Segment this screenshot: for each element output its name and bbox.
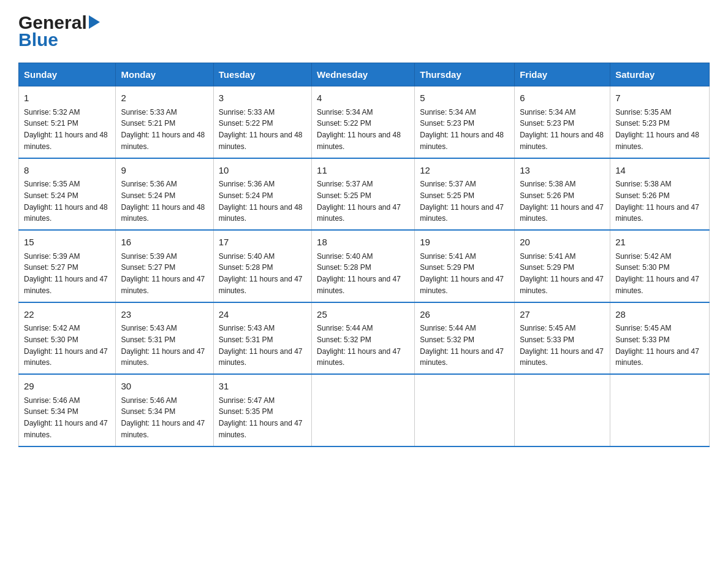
- calendar-cell: 26Sunrise: 5:44 AMSunset: 5:32 PMDayligh…: [415, 302, 515, 375]
- day-info: Sunrise: 5:34 AMSunset: 5:23 PMDaylight:…: [520, 108, 604, 151]
- calendar-cell: 25Sunrise: 5:44 AMSunset: 5:32 PMDayligh…: [312, 302, 415, 375]
- day-info: Sunrise: 5:44 AMSunset: 5:32 PMDaylight:…: [420, 324, 504, 367]
- calendar-week-2: 8Sunrise: 5:35 AMSunset: 5:24 PMDaylight…: [19, 158, 710, 231]
- column-header-saturday: Saturday: [610, 63, 710, 86]
- column-header-thursday: Thursday: [415, 63, 515, 86]
- calendar-cell: 14Sunrise: 5:38 AMSunset: 5:26 PMDayligh…: [610, 158, 710, 231]
- day-info: Sunrise: 5:43 AMSunset: 5:31 PMDaylight:…: [219, 324, 303, 367]
- day-info: Sunrise: 5:34 AMSunset: 5:22 PMDaylight:…: [317, 108, 401, 151]
- day-info: Sunrise: 5:45 AMSunset: 5:33 PMDaylight:…: [520, 324, 604, 367]
- calendar-cell: 31Sunrise: 5:47 AMSunset: 5:35 PMDayligh…: [213, 374, 311, 446]
- day-number: 7: [615, 91, 704, 105]
- day-number: 14: [615, 164, 704, 178]
- day-number: 13: [520, 164, 605, 178]
- calendar-cell: 30Sunrise: 5:46 AMSunset: 5:34 PMDayligh…: [116, 374, 213, 446]
- column-header-wednesday: Wednesday: [312, 63, 415, 86]
- calendar-cell: 3Sunrise: 5:33 AMSunset: 5:22 PMDaylight…: [213, 86, 311, 158]
- day-number: 24: [219, 308, 306, 322]
- column-header-sunday: Sunday: [19, 63, 116, 86]
- calendar-cell: 28Sunrise: 5:45 AMSunset: 5:33 PMDayligh…: [610, 302, 710, 375]
- calendar-cell: [415, 374, 515, 446]
- calendar-cell: 22Sunrise: 5:42 AMSunset: 5:30 PMDayligh…: [19, 302, 116, 375]
- day-number: 27: [520, 308, 605, 322]
- day-number: 5: [420, 91, 509, 105]
- day-number: 12: [420, 164, 509, 178]
- calendar-cell: 23Sunrise: 5:43 AMSunset: 5:31 PMDayligh…: [116, 302, 213, 375]
- logo-blue: Blue: [18, 29, 58, 50]
- calendar-cell: [610, 374, 710, 446]
- calendar-cell: 18Sunrise: 5:40 AMSunset: 5:28 PMDayligh…: [312, 230, 415, 302]
- calendar-cell: 16Sunrise: 5:39 AMSunset: 5:27 PMDayligh…: [116, 230, 213, 302]
- calendar-cell: [312, 374, 415, 446]
- calendar-cell: 21Sunrise: 5:42 AMSunset: 5:30 PMDayligh…: [610, 230, 710, 302]
- day-number: 19: [420, 236, 509, 250]
- logo-arrow-icon: [89, 15, 100, 31]
- day-number: 15: [24, 236, 110, 250]
- calendar-week-5: 29Sunrise: 5:46 AMSunset: 5:34 PMDayligh…: [19, 374, 710, 446]
- day-info: Sunrise: 5:32 AMSunset: 5:21 PMDaylight:…: [24, 108, 108, 151]
- day-info: Sunrise: 5:39 AMSunset: 5:27 PMDaylight:…: [121, 252, 205, 295]
- calendar-cell: 1Sunrise: 5:32 AMSunset: 5:21 PMDaylight…: [19, 86, 116, 158]
- day-info: Sunrise: 5:40 AMSunset: 5:28 PMDaylight:…: [219, 252, 303, 295]
- day-info: Sunrise: 5:40 AMSunset: 5:28 PMDaylight:…: [317, 252, 401, 295]
- day-number: 9: [121, 164, 208, 178]
- day-info: Sunrise: 5:42 AMSunset: 5:30 PMDaylight:…: [24, 324, 108, 367]
- day-number: 29: [24, 380, 110, 394]
- day-info: Sunrise: 5:37 AMSunset: 5:25 PMDaylight:…: [317, 180, 401, 223]
- day-number: 31: [219, 380, 306, 394]
- day-number: 21: [615, 236, 704, 250]
- calendar-cell: 2Sunrise: 5:33 AMSunset: 5:21 PMDaylight…: [116, 86, 213, 158]
- day-info: Sunrise: 5:46 AMSunset: 5:34 PMDaylight:…: [24, 396, 108, 439]
- day-number: 20: [520, 236, 605, 250]
- day-info: Sunrise: 5:36 AMSunset: 5:24 PMDaylight:…: [121, 180, 205, 223]
- calendar-cell: 12Sunrise: 5:37 AMSunset: 5:25 PMDayligh…: [415, 158, 515, 231]
- calendar-week-1: 1Sunrise: 5:32 AMSunset: 5:21 PMDaylight…: [19, 86, 710, 158]
- day-info: Sunrise: 5:42 AMSunset: 5:30 PMDaylight:…: [615, 252, 699, 295]
- calendar-cell: 10Sunrise: 5:36 AMSunset: 5:24 PMDayligh…: [213, 158, 311, 231]
- calendar-cell: 17Sunrise: 5:40 AMSunset: 5:28 PMDayligh…: [213, 230, 311, 302]
- day-info: Sunrise: 5:33 AMSunset: 5:22 PMDaylight:…: [219, 108, 303, 151]
- column-header-monday: Monday: [116, 63, 213, 86]
- day-number: 2: [121, 91, 208, 105]
- calendar-cell: 29Sunrise: 5:46 AMSunset: 5:34 PMDayligh…: [19, 374, 116, 446]
- day-info: Sunrise: 5:41 AMSunset: 5:29 PMDaylight:…: [420, 252, 504, 295]
- calendar-cell: 11Sunrise: 5:37 AMSunset: 5:25 PMDayligh…: [312, 158, 415, 231]
- calendar-cell: 5Sunrise: 5:34 AMSunset: 5:23 PMDaylight…: [415, 86, 515, 158]
- calendar-cell: 7Sunrise: 5:35 AMSunset: 5:23 PMDaylight…: [610, 86, 710, 158]
- day-info: Sunrise: 5:39 AMSunset: 5:27 PMDaylight:…: [24, 252, 108, 295]
- calendar-cell: 9Sunrise: 5:36 AMSunset: 5:24 PMDaylight…: [116, 158, 213, 231]
- day-number: 18: [317, 236, 409, 250]
- day-info: Sunrise: 5:37 AMSunset: 5:25 PMDaylight:…: [420, 180, 504, 223]
- calendar-cell: 27Sunrise: 5:45 AMSunset: 5:33 PMDayligh…: [515, 302, 610, 375]
- calendar-table: SundayMondayTuesdayWednesdayThursdayFrid…: [18, 63, 710, 447]
- day-info: Sunrise: 5:46 AMSunset: 5:34 PMDaylight:…: [121, 396, 205, 439]
- day-number: 22: [24, 308, 110, 322]
- day-info: Sunrise: 5:47 AMSunset: 5:35 PMDaylight:…: [219, 396, 303, 439]
- day-number: 25: [317, 308, 409, 322]
- calendar-cell: [515, 374, 610, 446]
- calendar-cell: 19Sunrise: 5:41 AMSunset: 5:29 PMDayligh…: [415, 230, 515, 302]
- calendar-cell: 4Sunrise: 5:34 AMSunset: 5:22 PMDaylight…: [312, 86, 415, 158]
- day-number: 8: [24, 164, 110, 178]
- calendar-cell: 15Sunrise: 5:39 AMSunset: 5:27 PMDayligh…: [19, 230, 116, 302]
- column-header-tuesday: Tuesday: [213, 63, 311, 86]
- page-header: General Blue: [18, 12, 710, 50]
- calendar-cell: 13Sunrise: 5:38 AMSunset: 5:26 PMDayligh…: [515, 158, 610, 231]
- day-info: Sunrise: 5:35 AMSunset: 5:24 PMDaylight:…: [24, 180, 108, 223]
- day-info: Sunrise: 5:45 AMSunset: 5:33 PMDaylight:…: [615, 324, 699, 367]
- calendar-header: SundayMondayTuesdayWednesdayThursdayFrid…: [19, 63, 710, 86]
- day-info: Sunrise: 5:33 AMSunset: 5:21 PMDaylight:…: [121, 108, 205, 151]
- day-number: 11: [317, 164, 409, 178]
- logo: General Blue: [18, 12, 100, 50]
- day-number: 4: [317, 91, 409, 105]
- calendar-cell: 24Sunrise: 5:43 AMSunset: 5:31 PMDayligh…: [213, 302, 311, 375]
- calendar-cell: 6Sunrise: 5:34 AMSunset: 5:23 PMDaylight…: [515, 86, 610, 158]
- header-row: SundayMondayTuesdayWednesdayThursdayFrid…: [19, 63, 710, 86]
- day-info: Sunrise: 5:44 AMSunset: 5:32 PMDaylight:…: [317, 324, 401, 367]
- day-number: 23: [121, 308, 208, 322]
- calendar-cell: 8Sunrise: 5:35 AMSunset: 5:24 PMDaylight…: [19, 158, 116, 231]
- calendar-week-4: 22Sunrise: 5:42 AMSunset: 5:30 PMDayligh…: [19, 302, 710, 375]
- day-info: Sunrise: 5:35 AMSunset: 5:23 PMDaylight:…: [615, 108, 699, 151]
- calendar-cell: 20Sunrise: 5:41 AMSunset: 5:29 PMDayligh…: [515, 230, 610, 302]
- calendar-body: 1Sunrise: 5:32 AMSunset: 5:21 PMDaylight…: [19, 86, 710, 446]
